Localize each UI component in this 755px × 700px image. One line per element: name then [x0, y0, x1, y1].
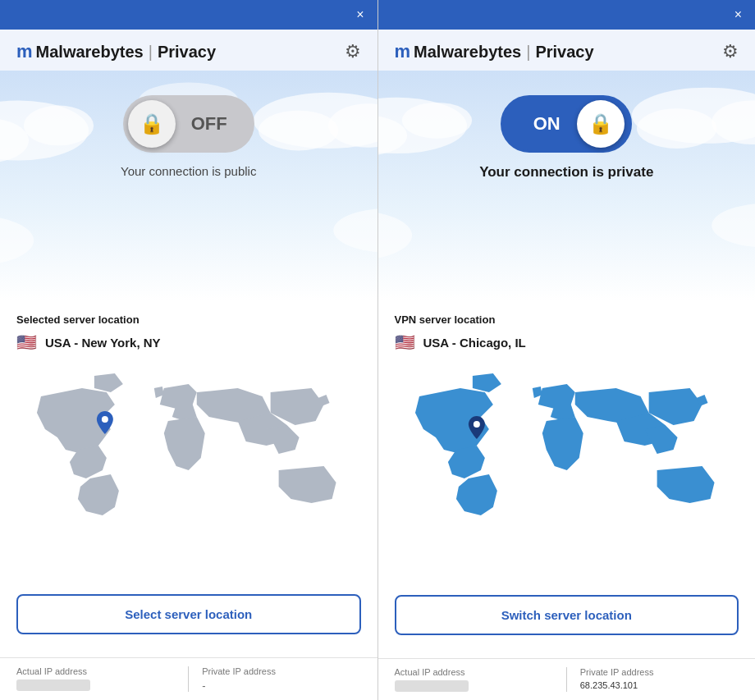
toggle-label-on: ON [516, 113, 577, 135]
toggle-off-container[interactable]: 🔒 OFF [123, 95, 254, 153]
sky-area-right: ON 🔒 Your connection is private [378, 71, 756, 300]
malwarebytes-icon: m [16, 41, 33, 62]
panel-vpn-on: × m Malwarebytes|Privacy ⚙ [378, 0, 756, 700]
server-section-label-left: Selected server location [16, 313, 361, 326]
switch-server-button[interactable]: Switch server location [395, 595, 739, 635]
ip-divider-left [188, 666, 189, 692]
map-container-right [395, 364, 739, 585]
svg-point-18 [473, 421, 479, 428]
private-ip-value-left: - [202, 679, 360, 692]
malwarebytes-icon-right: m [395, 41, 411, 62]
svg-point-2 [24, 106, 94, 146]
svg-point-5 [328, 103, 377, 148]
svg-point-13 [631, 88, 755, 144]
server-name-right: USA - Chicago, IL [423, 336, 526, 350]
titlebar-left: × [0, 0, 378, 30]
server-location-left: 🇺🇸 USA - New York, NY [16, 332, 361, 352]
svg-point-14 [636, 108, 716, 149]
toggle-knob-left: 🔒 [128, 100, 176, 148]
vpn-toggle-off[interactable]: 🔒 OFF [123, 95, 254, 153]
actual-ip-value-right [395, 680, 469, 692]
lock-icon-off: 🔒 [140, 112, 164, 135]
private-ip-value-right: 68.235.43.101 [580, 680, 739, 690]
toggle-label-off: OFF [176, 113, 243, 135]
toggle-on-container[interactable]: ON 🔒 [501, 95, 632, 153]
sky-area-left: 🔒 OFF Your connection is public [0, 71, 378, 300]
svg-point-17 [712, 204, 755, 248]
private-ip-section-right: Private IP address 68.235.43.101 [580, 667, 739, 692]
svg-point-8 [333, 208, 377, 253]
connection-status-right: Your connection is private [479, 164, 653, 181]
settings-icon-right[interactable]: ⚙ [722, 41, 739, 62]
svg-point-15 [712, 101, 755, 145]
world-map-left [16, 364, 361, 528]
actual-ip-value-left [16, 679, 90, 691]
select-server-button[interactable]: Select server location [16, 594, 361, 634]
header-left: m Malwarebytes|Privacy ⚙ [0, 30, 378, 71]
flag-left: 🇺🇸 [16, 332, 37, 352]
svg-point-7 [0, 216, 34, 266]
map-container-left [16, 364, 361, 584]
server-name-left: USA - New York, NY [45, 336, 161, 350]
svg-point-10 [378, 98, 467, 153]
svg-point-12 [401, 103, 471, 139]
header-right: m Malwarebytes|Privacy ⚙ [378, 30, 756, 71]
close-button-left[interactable]: × [351, 7, 368, 23]
svg-point-16 [378, 210, 412, 260]
settings-icon-left[interactable]: ⚙ [345, 41, 361, 62]
logo-brand-right: Malwarebytes|Privacy [414, 43, 594, 62]
svg-point-4 [259, 111, 338, 151]
ip-footer-left: Actual IP address Private IP address - [0, 657, 378, 700]
content-area-right: VPN server location 🇺🇸 USA - Chicago, IL [378, 300, 756, 658]
toggle-knob-right: 🔒 [577, 100, 625, 148]
private-ip-label-right: Private IP address [580, 667, 739, 677]
connection-status-left: Your connection is public [121, 164, 256, 178]
ip-divider-right [566, 667, 567, 692]
svg-point-9 [102, 416, 108, 423]
actual-ip-section-right: Actual IP address [395, 667, 553, 692]
actual-ip-section-left: Actual IP address [16, 666, 175, 692]
private-ip-label-left: Private IP address [202, 666, 360, 676]
content-area-left: Selected server location 🇺🇸 USA - New Yo… [0, 300, 378, 657]
world-map-right [395, 364, 739, 528]
server-section-label-right: VPN server location [395, 313, 739, 326]
ip-footer-right: Actual IP address Private IP address 68.… [378, 658, 756, 700]
close-button-right[interactable]: × [730, 7, 747, 23]
actual-ip-label-right: Actual IP address [395, 667, 553, 677]
svg-point-3 [254, 93, 378, 149]
svg-point-11 [378, 116, 407, 156]
lock-icon-on: 🔒 [588, 112, 613, 135]
server-location-right: 🇺🇸 USA - Chicago, IL [395, 332, 739, 352]
logo-left: m Malwarebytes|Privacy [16, 41, 216, 62]
actual-ip-label-left: Actual IP address [16, 666, 175, 676]
flag-right: 🇺🇸 [395, 332, 415, 352]
svg-point-0 [0, 101, 89, 161]
logo-right: m Malwarebytes|Privacy [395, 41, 594, 62]
private-ip-section-left: Private IP address - [202, 666, 360, 692]
panel-vpn-off: × m Malwarebytes|Privacy ⚙ [0, 0, 378, 700]
vpn-toggle-on[interactable]: ON 🔒 [501, 95, 632, 153]
svg-point-1 [0, 118, 29, 162]
titlebar-right: × [378, 0, 756, 30]
logo-brand-left: Malwarebytes|Privacy [36, 43, 217, 62]
